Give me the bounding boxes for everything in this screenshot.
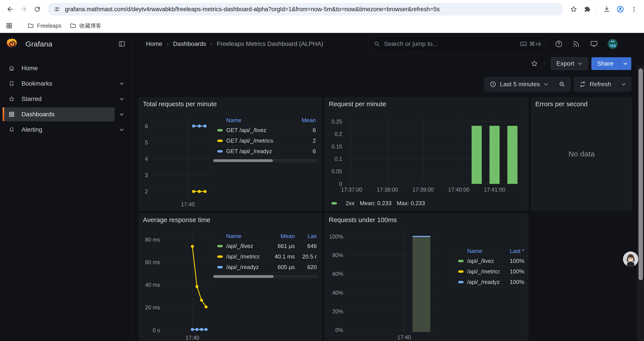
dashboard-actions: Export Share <box>530 57 631 71</box>
folder-icon <box>70 22 76 29</box>
legend-header[interactable]: NameMean <box>213 116 318 125</box>
panel-title[interactable]: Total requests per minute <box>143 100 217 108</box>
panel-requests-under-100ms[interactable]: Requests under 100ms 100%80%60%40%20%0%1… <box>325 213 528 341</box>
sidebar-item-bookmarks[interactable]: Bookmarks <box>3 77 115 91</box>
sidebar-item-dashboards[interactable]: Dashboards <box>3 107 115 121</box>
extensions-icon[interactable] <box>581 3 593 15</box>
request-per-minute-chart[interactable]: 0.250.20.150.10.05017:37:0017:38:0017:39… <box>325 98 528 210</box>
sidebar-item-label: Alerting <box>22 126 42 133</box>
legend-row[interactable]: GET /api/_/metrics2 <box>213 136 318 146</box>
svg-text:0%: 0% <box>335 327 343 333</box>
sidebar-item-label: Home <box>22 65 38 72</box>
scrollbar-thumb[interactable] <box>638 69 643 280</box>
breadcrumb-separator: › <box>167 41 169 47</box>
forward-icon[interactable] <box>18 3 30 15</box>
legend-header[interactable]: NameMeanLas <box>213 231 318 241</box>
bookmark-folder-freeleaps[interactable]: Freeleaps <box>24 21 64 30</box>
legend-inline[interactable]: 2xx Mean: 0.233 Max: 0.233 <box>332 200 425 207</box>
legend-table: NameMeanLas/api/_/livez661 µs646/api/_/m… <box>213 231 318 278</box>
share-button[interactable]: Share <box>592 57 619 70</box>
legend-row[interactable]: /api/_/livez100% <box>454 256 526 266</box>
topnav-icons <box>554 39 618 49</box>
breadcrumb-current: Freeleaps Metrics Dashboard (ALPHA) <box>217 40 323 47</box>
main-area: Home › Dashboards › Freeleaps Metrics Da… <box>132 33 644 341</box>
grafana-logo-icon[interactable] <box>6 38 18 50</box>
bookmark-folder-blogs[interactable]: 收藏博客 <box>67 21 104 31</box>
apps-grid-icon[interactable] <box>6 22 13 29</box>
series-name[interactable]: 2xx <box>346 200 354 207</box>
bookmarks-bar: Freeleaps 收藏博客 <box>0 19 644 33</box>
refresh-group: Refresh <box>574 77 631 92</box>
panel-title[interactable]: Requests under 100ms <box>329 216 397 224</box>
legend-horizontal-scrollbar[interactable] <box>213 159 318 162</box>
panel-total-requests[interactable]: Total requests per minute 6543217:40 Nam… <box>139 97 322 210</box>
time-range-picker[interactable]: Last 5 minutes <box>485 77 554 91</box>
legend-row[interactable]: /api/_/readyz100% <box>454 277 526 287</box>
refresh-interval-dropdown[interactable] <box>616 77 631 91</box>
url-input[interactable] <box>64 6 558 13</box>
chevron-down-icon <box>621 82 626 87</box>
time-controls: Last 5 minutes Refresh <box>484 77 631 92</box>
favorite-star-icon[interactable] <box>530 60 538 68</box>
bookmark-star-icon[interactable] <box>568 3 580 15</box>
legend-row[interactable]: GET /api/_/readyz6 <box>213 146 318 157</box>
svg-text:17:40: 17:40 <box>397 334 411 340</box>
search-input[interactable] <box>384 40 516 48</box>
svg-text:80 ms: 80 ms <box>145 237 160 243</box>
breadcrumb-home[interactable]: Home <box>146 40 162 47</box>
search-box[interactable]: ⌘+k <box>369 36 546 52</box>
refresh-icon <box>579 81 586 88</box>
panel-errors-per-second[interactable]: Errors per second No data <box>531 97 632 210</box>
assistant-avatar[interactable] <box>623 251 638 267</box>
expand-dashboards-icon[interactable] <box>115 107 129 121</box>
share-menu-chevron-icon[interactable] <box>619 57 631 70</box>
panel-title[interactable]: Request per minute <box>329 100 386 108</box>
zoom-out-button[interactable] <box>554 77 570 91</box>
legend-header[interactable]: NameLast * <box>454 246 526 256</box>
user-avatar[interactable] <box>608 39 618 49</box>
help-icon[interactable] <box>554 40 563 48</box>
kiosk-monitor-icon[interactable] <box>590 40 598 48</box>
sidebar-item-starred[interactable]: Starred <box>3 92 115 106</box>
sidebar-nav: Home Bookmarks Starred <box>0 55 132 143</box>
legend-row[interactable]: GET /api/_/livez6 <box>213 125 318 136</box>
downloads-icon[interactable] <box>600 3 613 15</box>
dock-sidebar-icon[interactable] <box>118 40 126 48</box>
panel-average-response-time[interactable]: Average response time 80 ms60 ms40 ms20 … <box>139 213 322 341</box>
expand-starred-icon[interactable] <box>115 92 129 106</box>
toolbar-divider <box>597 6 597 13</box>
sidebar-item-home[interactable]: Home <box>3 61 129 75</box>
refresh-button[interactable]: Refresh <box>574 77 616 91</box>
panel-title[interactable]: Errors per second <box>535 100 588 108</box>
legend-row[interactable]: /api/_/metrics40.1 ms20.5 r <box>213 251 318 262</box>
export-button[interactable]: Export <box>551 57 588 70</box>
sidebar-item-alerting[interactable]: Alerting <box>3 123 115 137</box>
browser-toolbar <box>0 0 644 19</box>
news-rss-icon[interactable] <box>572 40 580 48</box>
expand-alerting-icon[interactable] <box>115 123 129 137</box>
svg-text:0.1: 0.1 <box>334 156 342 162</box>
svg-text:2: 2 <box>145 188 148 194</box>
site-settings-icon[interactable] <box>54 6 60 13</box>
panel-request-per-minute[interactable]: Request per minute 0.250.20.150.10.05017… <box>325 97 528 210</box>
legend-row[interactable]: /api/_/metrics100% <box>454 266 526 277</box>
address-bar[interactable] <box>48 3 563 16</box>
legend-table: NameMeanGET /api/_/livez6GET /api/_/metr… <box>213 116 318 162</box>
bookmarks-divider <box>18 22 19 29</box>
back-icon[interactable] <box>4 3 16 15</box>
legend-row[interactable]: /api/_/livez661 µs646 <box>213 241 318 251</box>
legend-horizontal-scrollbar[interactable] <box>213 275 318 278</box>
legend-row[interactable]: /api/_/readyz605 µs620 <box>213 262 318 272</box>
breadcrumb-dashboards[interactable]: Dashboards <box>173 40 206 47</box>
profile-icon[interactable] <box>614 3 626 15</box>
sidebar: Grafana Home Bookmarks <box>0 33 132 341</box>
page-scrollbar[interactable] <box>637 66 644 341</box>
series-stat-mean: Mean: 0.233 <box>360 200 392 207</box>
expand-bookmarks-icon[interactable] <box>115 77 129 91</box>
menu-kebab-icon[interactable] <box>628 3 640 15</box>
series-color-pill <box>458 260 464 262</box>
svg-text:60%: 60% <box>332 271 343 277</box>
panel-title[interactable]: Average response time <box>143 216 210 224</box>
svg-text:0.05: 0.05 <box>332 168 342 174</box>
reload-icon[interactable] <box>31 3 44 15</box>
